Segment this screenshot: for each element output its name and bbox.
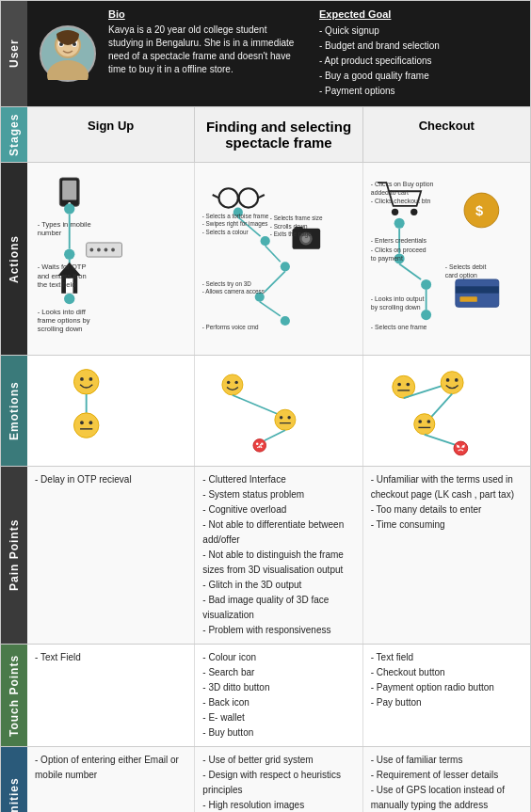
svg-point-19 (64, 294, 74, 304)
svg-point-105 (397, 383, 401, 387)
svg-text:- Clicks checkout btn: - Clicks checkout btn (370, 198, 430, 204)
svg-text:- Scrolls down: - Scrolls down (270, 223, 308, 230)
svg-point-58 (392, 209, 398, 215)
svg-text:- Selects a tortoise frame: - Selects a tortoise frame (202, 213, 269, 219)
svg-point-38 (261, 236, 270, 246)
user-content: Bio Kavya is a 20 year old college stude… (27, 1, 530, 106)
svg-text:- Selects debit: - Selects debit (444, 263, 486, 270)
user-row: User Bio (1, 1, 530, 107)
svg-text:- Selects a colour: - Selects a colour (202, 229, 249, 235)
pain-points-label: Pain Points (1, 467, 27, 644)
svg-line-45 (265, 271, 285, 292)
stages-content: Sign Up Finding and selecting spectacle … (27, 107, 530, 162)
svg-point-1 (47, 60, 88, 80)
touch-points-label: Touch Points (1, 645, 27, 746)
svg-point-10 (64, 203, 74, 214)
svg-text:added to cart: added to cart (370, 189, 408, 196)
touch-checkout-text: - Text field- Checkout button- Payment o… (371, 650, 523, 710)
svg-text:- Looks into output: - Looks into output (370, 295, 424, 303)
emotion-col-finding: ∧ (195, 356, 362, 466)
svg-text:- Selects try on 3D: - Selects try on 3D (202, 280, 252, 288)
svg-text:∧: ∧ (258, 442, 263, 449)
svg-text:- Clicks on Buy option: - Clicks on Buy option (370, 181, 433, 188)
stage-checkout-label: Checkout (419, 119, 475, 133)
stage-signup-label: Sign Up (88, 119, 134, 133)
svg-point-60 (394, 218, 404, 229)
svg-point-91 (222, 374, 243, 395)
stages-row: Stages Sign Up Finding and selecting spe… (1, 107, 530, 163)
svg-text:and enters it on: and enters it on (38, 272, 87, 280)
pain-checkout-text: - Unfamiliar with the terms used in chec… (371, 472, 523, 533)
svg-point-16 (105, 248, 108, 252)
svg-point-89 (89, 421, 93, 424)
svg-text:by scrolling down: by scrolling down (370, 304, 420, 311)
svg-point-92 (227, 381, 230, 384)
touch-points-row: Touch Points - Text Field - Colour icon-… (1, 645, 530, 747)
svg-text:- Enters credentials: - Enters credentials (370, 237, 426, 244)
emotions-label: Emotions (1, 356, 27, 466)
stage-finding-label: Finding and selecting spectacle frame (206, 119, 351, 151)
user-avatar (35, 8, 101, 99)
actions-label: Actions (1, 163, 27, 355)
svg-text:- Selects one frame: - Selects one frame (370, 324, 426, 330)
user-bio-section: Bio Kavya is a 20 year old college stude… (101, 8, 312, 99)
svg-text:- Clicks on proceed: - Clicks on proceed (370, 247, 426, 254)
pain-content: - Delay in OTP recieval - Cluttered Inte… (27, 467, 530, 644)
svg-rect-8 (62, 181, 76, 200)
svg-text:frame options by: frame options by (38, 316, 90, 325)
svg-line-94 (233, 395, 281, 415)
user-goals-section: Expected Goal - Quick signup- Budget and… (312, 8, 523, 99)
svg-rect-69 (456, 279, 499, 307)
svg-text:- Waits for OTP: - Waits for OTP (38, 263, 87, 271)
avatar-image (40, 25, 96, 82)
opp-col-signup: - Option of entering either Email or mob… (27, 747, 195, 812)
svg-line-63 (399, 263, 421, 279)
svg-line-35 (258, 195, 265, 198)
svg-text:- Looks into diff: - Looks into diff (38, 308, 87, 316)
stage-checkout: Checkout (363, 107, 530, 162)
svg-point-84 (80, 377, 84, 381)
svg-line-117 (424, 435, 455, 445)
svg-point-12 (64, 249, 74, 260)
touch-col-signup: - Text Field (27, 645, 195, 746)
svg-point-17 (111, 248, 115, 252)
svg-point-85 (89, 377, 93, 381)
opp-col-finding: - Use of better grid system- Design with… (195, 747, 362, 812)
svg-point-111 (455, 378, 459, 382)
svg-point-114 (418, 420, 422, 423)
svg-point-106 (406, 383, 410, 387)
svg-line-47 (260, 302, 281, 316)
emotions-content: ∧ (27, 356, 530, 466)
svg-point-88 (80, 421, 84, 424)
svg-point-115 (426, 420, 430, 423)
svg-text:- Selects frame size: - Selects frame size (270, 215, 323, 221)
stage-finding: Finding and selecting spectacle frame (195, 107, 362, 162)
svg-point-118 (454, 441, 468, 455)
touch-content: - Text Field - Colour icon- Search bar- … (27, 645, 530, 746)
svg-point-96 (280, 416, 282, 419)
pain-col-checkout: - Unfamiliar with the terms used in chec… (363, 467, 530, 644)
touch-col-checkout: - Text field- Checkout button- Payment o… (363, 645, 530, 746)
svg-text:- Allows camera access: - Allows camera access (202, 288, 265, 295)
opportunities-row: Opportunities - Option of entering eithe… (1, 747, 530, 812)
touch-finding-text: - Colour icon- Search bar- 3D ditto butt… (202, 650, 354, 740)
svg-text:- Swipes right for images: - Swipes right for images (202, 220, 268, 228)
goals-text: - Quick signup- Budget and brand selecti… (319, 24, 515, 99)
opp-finding-text: - Use of better grid system- Design with… (202, 753, 354, 812)
emotions-row: Emotions (1, 356, 530, 467)
emotion-col-checkout (363, 356, 530, 466)
svg-point-48 (281, 316, 290, 326)
svg-line-99 (265, 430, 285, 440)
svg-text:- Exits the page: - Exits the page (270, 231, 313, 238)
bio-text: Kavya is a 20 year old college student s… (108, 24, 304, 76)
journey-map: User Bio (0, 0, 531, 812)
svg-text:number: number (38, 229, 62, 237)
svg-text:card option: card option (444, 272, 476, 279)
opp-content: - Option of entering either Email or mob… (27, 747, 530, 812)
svg-point-31 (219, 188, 238, 207)
svg-point-97 (288, 416, 291, 419)
opportunities-label: Opportunities (1, 747, 27, 812)
svg-point-93 (235, 381, 238, 384)
svg-text:- Types in mobile: - Types in mobile (38, 220, 91, 229)
svg-text:scrolling down: scrolling down (38, 325, 83, 333)
